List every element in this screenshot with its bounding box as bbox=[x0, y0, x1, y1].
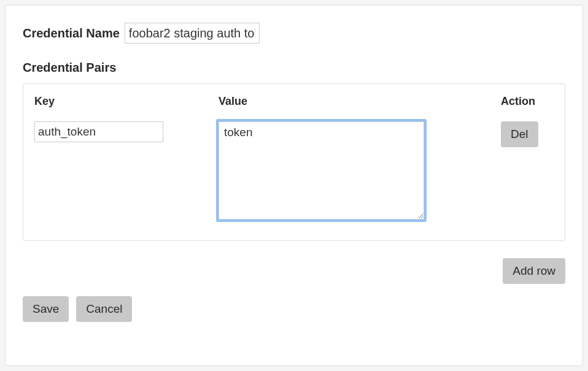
save-button[interactable]: Save bbox=[23, 296, 69, 322]
credential-name-input[interactable] bbox=[125, 23, 260, 44]
pairs-header-row: Key Value Action bbox=[34, 95, 550, 108]
credential-pairs-title: Credential Pairs bbox=[23, 61, 565, 75]
credential-pair-row: token Del bbox=[34, 121, 550, 222]
form-actions: Save Cancel bbox=[23, 296, 565, 322]
add-row-button[interactable]: Add row bbox=[503, 258, 565, 284]
value-column-header: Value bbox=[219, 95, 501, 108]
cancel-button[interactable]: Cancel bbox=[76, 296, 132, 322]
credential-name-row: Credential Name bbox=[23, 23, 565, 44]
action-column-header: Action bbox=[501, 95, 550, 108]
key-column-header: Key bbox=[34, 95, 219, 108]
pair-value-textarea[interactable]: token bbox=[219, 121, 424, 220]
add-row-container: Add row bbox=[23, 258, 565, 284]
delete-row-button[interactable]: Del bbox=[501, 121, 538, 147]
credential-name-label: Credential Name bbox=[23, 26, 120, 40]
credential-pairs-box: Key Value Action token Del bbox=[23, 83, 565, 241]
pair-key-input[interactable] bbox=[34, 121, 163, 142]
credential-form-panel: Credential Name Credential Pairs Key Val… bbox=[5, 5, 583, 366]
